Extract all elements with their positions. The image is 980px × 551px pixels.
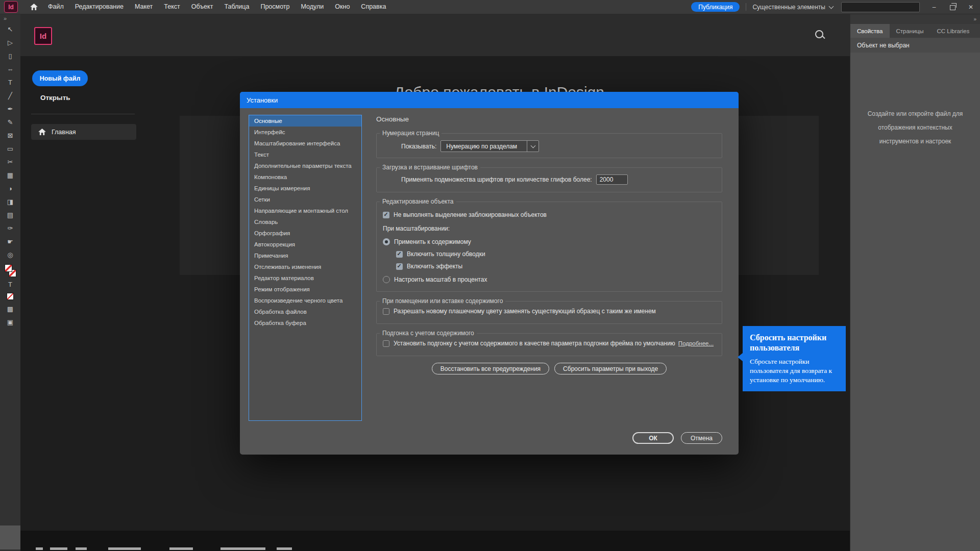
category-units[interactable]: Единицы измерения bbox=[249, 183, 361, 194]
dropdown-button[interactable] bbox=[527, 141, 538, 152]
group-font-embedding: Загрузка и встраивание шрифтов Применять… bbox=[376, 164, 722, 192]
menu-plugins[interactable]: Модули bbox=[296, 0, 330, 14]
search-icon[interactable] bbox=[814, 29, 825, 40]
content-aware-fit-checkbox[interactable] bbox=[383, 340, 389, 347]
fill-none-swatch-icon[interactable] bbox=[5, 264, 12, 272]
prevent-locked-selection-checkbox[interactable] bbox=[383, 212, 389, 218]
apply-to-content-radio[interactable] bbox=[383, 238, 390, 245]
adjust-percent-label[interactable]: Настроить масштаб в процентах bbox=[394, 276, 487, 283]
gradient-feather-tool-icon[interactable]: ◨ bbox=[4, 196, 17, 207]
category-clipboard-handling[interactable]: Обработка буфера bbox=[249, 317, 361, 329]
rectangle-frame-tool-icon[interactable]: ⊠ bbox=[4, 130, 17, 140]
category-guides-pasteboard[interactable]: Направляющие и монтажный стол bbox=[249, 205, 361, 216]
cancel-button[interactable]: Отмена bbox=[681, 432, 722, 444]
category-track-changes[interactable]: Отслеживать изменения bbox=[249, 261, 361, 272]
category-ui-scaling[interactable]: Масштабирование интерфейса bbox=[249, 138, 361, 149]
menu-layout[interactable]: Макет bbox=[129, 0, 158, 14]
menu-window[interactable]: Окно bbox=[329, 0, 355, 14]
menu-file[interactable]: Файл bbox=[42, 0, 69, 14]
learn-more-link[interactable]: Подробнее... bbox=[678, 340, 714, 346]
expand-panel-icon[interactable]: » bbox=[973, 16, 976, 22]
workspace-switcher[interactable]: Существенные элементы bbox=[752, 4, 833, 11]
chevron-down-icon bbox=[530, 143, 535, 148]
menu-type[interactable]: Текст bbox=[158, 0, 185, 14]
indesign-window: Id Файл Редактирование Макет Текст Объек… bbox=[0, 0, 980, 551]
ok-button[interactable]: ОК bbox=[632, 432, 674, 444]
tab-cc-libraries[interactable]: CC Libraries bbox=[930, 24, 970, 38]
tooltip-body: Сбросьте настройки пользователя для возв… bbox=[750, 357, 839, 384]
pencil-tool-icon[interactable]: ✎ bbox=[4, 117, 17, 127]
tab-properties[interactable]: Свойства bbox=[850, 24, 890, 38]
home-icon[interactable] bbox=[25, 0, 42, 14]
restore-button[interactable] bbox=[943, 0, 962, 14]
zoom-tool-icon[interactable]: ◎ bbox=[4, 249, 17, 260]
category-display-performance[interactable]: Режим отображения bbox=[249, 284, 361, 295]
fill-stroke-swatches[interactable] bbox=[5, 264, 16, 277]
page-tool-icon[interactable]: ▯ bbox=[4, 51, 17, 61]
close-button[interactable]: ✕ bbox=[962, 0, 980, 14]
category-spelling[interactable]: Орфография bbox=[249, 228, 361, 239]
dialog-title-bar[interactable]: Установки bbox=[240, 92, 739, 108]
include-effects-label[interactable]: Включить эффекты bbox=[407, 263, 462, 270]
category-file-handling[interactable]: Обработка файлов bbox=[249, 306, 361, 317]
menu-help[interactable]: Справка bbox=[355, 0, 391, 14]
content-aware-fit-label[interactable]: Установить подгонку с учетом содержимого… bbox=[394, 340, 675, 347]
search-input[interactable] bbox=[841, 2, 920, 12]
category-notes[interactable]: Примечания bbox=[249, 250, 361, 261]
page-numbering-dropdown[interactable]: Нумерацию по разделам bbox=[440, 140, 539, 152]
formatting-affects-text-icon[interactable]: T bbox=[4, 279, 17, 289]
include-stroke-checkbox[interactable] bbox=[396, 251, 403, 258]
cutoff-thumbnail bbox=[36, 547, 43, 550]
category-advanced-type[interactable]: Дополнительные параметры текста bbox=[249, 160, 361, 171]
menu-view[interactable]: Просмотр bbox=[255, 0, 295, 14]
tab-pages[interactable]: Страницы bbox=[890, 24, 930, 38]
category-black-appearance[interactable]: Воспроизведение черного цвета bbox=[249, 295, 361, 306]
toolbar-bottom-button[interactable] bbox=[0, 525, 20, 549]
include-stroke-label[interactable]: Включить толщину обводки bbox=[407, 251, 485, 258]
reset-preferences-button[interactable]: Сбросить параметры при выходе bbox=[554, 363, 667, 374]
direct-selection-tool-icon[interactable]: ▷ bbox=[4, 37, 17, 47]
category-dictionary[interactable]: Словарь bbox=[249, 216, 361, 228]
scissors-tool-icon[interactable]: ✂ bbox=[4, 157, 17, 167]
swap-spot-color-checkbox[interactable] bbox=[383, 308, 389, 315]
expand-tools-icon[interactable]: » bbox=[0, 14, 6, 22]
category-story-editor[interactable]: Редактор материалов bbox=[249, 272, 361, 284]
category-type[interactable]: Текст bbox=[249, 149, 361, 160]
swap-spot-color-label[interactable]: Разрешать новому плашечному цвету заменя… bbox=[394, 308, 656, 315]
pen-tool-icon[interactable]: ✒ bbox=[4, 104, 17, 114]
publish-button[interactable]: Публикация bbox=[691, 2, 740, 12]
glyph-count-input[interactable] bbox=[596, 174, 628, 185]
gap-tool-icon[interactable]: ⇔ bbox=[4, 64, 17, 74]
category-interface[interactable]: Интерфейс bbox=[249, 127, 361, 138]
menu-edit[interactable]: Редактирование bbox=[69, 0, 129, 14]
eyedropper-tool-icon[interactable]: ✑ bbox=[4, 223, 17, 233]
category-grids[interactable]: Сетки bbox=[249, 194, 361, 205]
hand-tool-icon[interactable]: ☛ bbox=[4, 236, 17, 246]
prevent-locked-selection-label[interactable]: Не выполнять выделение заблокированных о… bbox=[394, 211, 547, 218]
include-effects-checkbox[interactable] bbox=[396, 263, 403, 270]
menu-table[interactable]: Таблица bbox=[218, 0, 255, 14]
apply-gradient-icon[interactable]: ▩ bbox=[4, 304, 17, 314]
new-file-button[interactable]: Новый файл bbox=[32, 70, 88, 86]
category-composition[interactable]: Компоновка bbox=[249, 171, 361, 183]
rectangle-tool-icon[interactable]: ▭ bbox=[4, 143, 17, 154]
gradient-swatch-tool-icon[interactable]: ◑ bbox=[4, 183, 17, 193]
adjust-percent-radio[interactable] bbox=[383, 276, 390, 283]
screen-mode-icon[interactable]: ▣ bbox=[4, 317, 17, 327]
category-general[interactable]: Основные bbox=[249, 115, 361, 127]
sidebar-item-home[interactable]: Главная bbox=[31, 124, 136, 140]
minimize-button[interactable]: – bbox=[925, 0, 943, 14]
selection-tool-icon[interactable]: ↖ bbox=[4, 24, 17, 34]
apply-to-content-label[interactable]: Применить к содержимому bbox=[394, 238, 471, 245]
open-button[interactable]: Открыть bbox=[40, 94, 70, 102]
cutoff-thumbnail bbox=[277, 547, 292, 550]
apply-none-swatch-icon[interactable] bbox=[7, 293, 14, 300]
menu-object[interactable]: Объект bbox=[186, 0, 219, 14]
line-tool-icon[interactable]: ╱ bbox=[4, 90, 17, 101]
note-tool-icon[interactable]: ▤ bbox=[4, 210, 17, 220]
group-page-numbering-legend: Нумерация страниц bbox=[380, 130, 442, 137]
free-transform-tool-icon[interactable]: ▦ bbox=[4, 170, 17, 180]
category-autocorrect[interactable]: Автокоррекция bbox=[249, 239, 361, 250]
reset-warnings-button[interactable]: Восстановить все предупреждения bbox=[432, 363, 549, 374]
type-tool-icon[interactable]: T bbox=[4, 77, 17, 87]
